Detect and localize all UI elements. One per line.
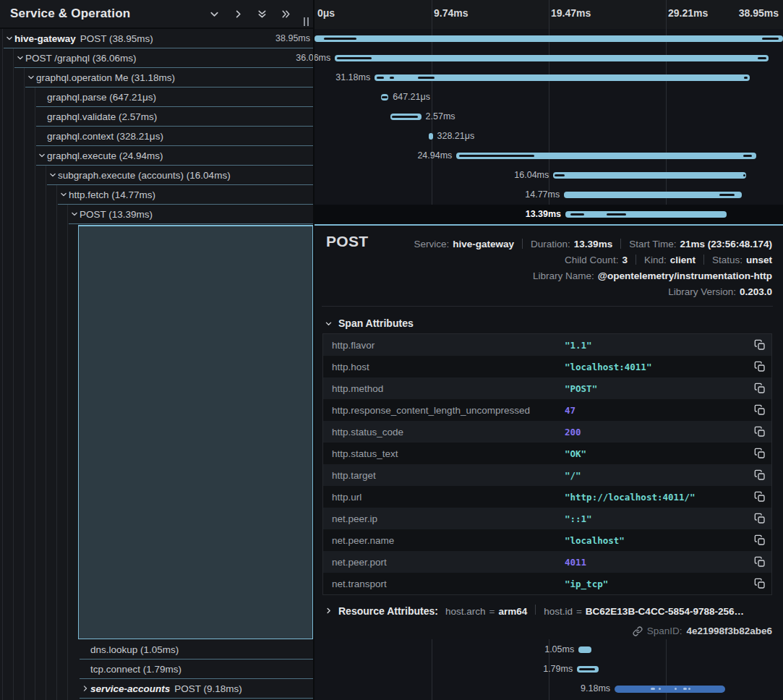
copy-icon[interactable]	[754, 513, 766, 524]
attribute-value: "http://localhost:4011/"	[565, 492, 696, 503]
tree-row-post[interactable]: hive-gatewayPOST (38.95ms)	[0, 29, 313, 48]
span-bar-mark	[719, 194, 735, 196]
meta-value: 21ms (23:56:48.174)	[680, 239, 772, 249]
tree-row-graphql-execute[interactable]: graphql.execute (24.94ms)	[0, 146, 313, 166]
copy-icon[interactable]	[754, 491, 766, 503]
tree-row-http-fetch[interactable]: http.fetch (14.77ms)	[0, 185, 313, 205]
chevron-down-icon[interactable]	[47, 171, 58, 179]
chevron-down-icon[interactable]	[36, 152, 47, 159]
chevron-down-icon[interactable]	[69, 210, 80, 218]
copy-icon[interactable]	[754, 383, 766, 394]
span-bar-mark	[392, 116, 418, 118]
meta-label: Child Count:	[565, 255, 618, 265]
attribute-row: net.transport"ip_tcp"	[323, 573, 771, 594]
meta-label: Duration:	[531, 239, 570, 249]
tree-row-content: POST /graphql (36.06ms)	[14, 48, 313, 68]
collapse-one-icon[interactable]	[208, 8, 220, 20]
tree-row-post-graphql[interactable]: POST /graphql (36.06ms)	[0, 48, 313, 68]
span-duration-label: 647.21μs	[393, 92, 430, 102]
attribute-value: "1.1"	[565, 340, 592, 351]
copy-icon[interactable]	[754, 534, 766, 546]
detail-meta-line: Library Version:0.203.0	[414, 283, 772, 299]
span-bar-mark	[688, 688, 690, 690]
tree-row-content: service-accountsPOST (9.18ms)	[80, 679, 313, 699]
tree-row-dns-lookup[interactable]: dns.lookup (1.05ms)	[0, 640, 313, 660]
tree-row-graphql-operation-me[interactable]: graphql.operation Me (31.18ms)	[0, 68, 313, 88]
attribute-row: http.status_text"OK"	[323, 443, 771, 464]
resource-key: host.id	[544, 606, 573, 617]
collapse-all-icon[interactable]	[256, 8, 268, 20]
span-bar[interactable]	[375, 74, 750, 81]
attribute-row: http.target"/"	[323, 464, 771, 486]
span-bar[interactable]	[381, 94, 389, 101]
span-bar[interactable]	[390, 114, 422, 120]
span-id-label: SpanID:	[647, 626, 683, 636]
copy-icon[interactable]	[754, 339, 766, 351]
span-duration-label: 1.05ms	[544, 644, 574, 654]
span-bar-mark	[390, 77, 394, 79]
span-bar-mark	[762, 38, 779, 40]
copy-icon[interactable]	[754, 469, 766, 481]
copy-icon[interactable]	[754, 578, 766, 589]
chevron-right-icon[interactable]	[80, 685, 90, 692]
attribute-value: "localhost:4011"	[565, 362, 651, 372]
attribute-row: http.response_content_length_uncompresse…	[323, 399, 771, 421]
resource-separator	[535, 605, 536, 615]
tree-row-graphql-validate[interactable]: graphql.validate (2.57ms)	[0, 107, 313, 127]
link-icon[interactable]	[633, 626, 643, 636]
span-bar[interactable]	[564, 192, 742, 198]
service-name: service-accounts	[90, 683, 170, 694]
span-bar-mark	[377, 77, 384, 79]
meta-value: client	[670, 255, 696, 265]
tree-row-graphql-context[interactable]: graphql.context (328.21μs)	[0, 127, 313, 146]
attribute-row: net.peer.ip"::1"	[323, 508, 771, 529]
tree-row-post[interactable]: POST (13.39ms)	[0, 205, 313, 224]
tree-row-subgraph-execute-accounts-[interactable]: subgraph.execute (accounts) (16.04ms)	[0, 166, 313, 185]
operation-name: graphql.context (328.21μs)	[47, 131, 163, 142]
attribute-key: http.status_text	[323, 448, 565, 459]
expand-all-icon[interactable]	[280, 8, 291, 20]
expand-one-icon[interactable]	[232, 8, 244, 20]
tree-header-icons	[208, 8, 291, 20]
detail-meta-line: Library Name:@opentelemetry/instrumentat…	[414, 268, 772, 283]
attribute-value: "/"	[565, 470, 581, 481]
operation-name: tcp.connect (1.79ms)	[90, 664, 181, 675]
copy-icon[interactable]	[754, 361, 766, 372]
span-bar[interactable]	[335, 55, 769, 61]
timeline-row: 14.77ms	[315, 185, 783, 205]
span-bar[interactable]	[315, 35, 783, 42]
copy-icon[interactable]	[754, 404, 766, 416]
operation-name: POST (13.39ms)	[80, 209, 153, 220]
meta-value: unset	[746, 255, 772, 265]
span-bar[interactable]	[615, 686, 725, 693]
tree-row-graphql-parse[interactable]: graphql.parse (647.21μs)	[0, 88, 313, 107]
tree-row-content: hive-gatewayPOST (38.95ms)	[4, 29, 313, 48]
copy-icon[interactable]	[754, 448, 766, 459]
chevron-down-icon[interactable]	[4, 35, 14, 42]
span-bar[interactable]	[577, 666, 599, 673]
resource-attributes-row[interactable]: Resource Attributes: host.arch=arm64host…	[325, 605, 744, 617]
attribute-row: http.status_code200	[323, 421, 771, 443]
chevron-down-icon[interactable]	[25, 74, 36, 81]
chevron-down-icon[interactable]	[14, 54, 25, 61]
span-bar-mark	[743, 155, 752, 157]
attribute-row: net.peer.port4011	[323, 551, 771, 573]
tree-row-tcp-connect[interactable]: tcp.connect (1.79ms)	[0, 660, 313, 679]
span-duration-label: 38.95ms	[275, 33, 310, 43]
tree-row-post[interactable]: service-accountsPOST (9.18ms)	[0, 679, 313, 699]
span-attributes-header[interactable]: Span Attributes	[325, 317, 414, 329]
span-bar[interactable]	[429, 133, 432, 140]
operation-name: graphql.operation Me (31.18ms)	[36, 72, 175, 83]
resource-equals: =	[576, 606, 582, 617]
span-bar[interactable]	[456, 153, 756, 159]
span-bar-mark	[683, 688, 687, 690]
meta-separator	[636, 255, 636, 265]
span-bar[interactable]	[565, 211, 727, 218]
span-bar[interactable]	[553, 172, 746, 179]
panel-resize-handle[interactable]	[304, 17, 310, 26]
copy-icon[interactable]	[754, 426, 766, 438]
chevron-down-icon[interactable]	[58, 191, 69, 198]
ruler-tick: 19.47ms	[551, 7, 591, 19]
span-bar[interactable]	[578, 646, 591, 653]
copy-icon[interactable]	[754, 556, 766, 568]
